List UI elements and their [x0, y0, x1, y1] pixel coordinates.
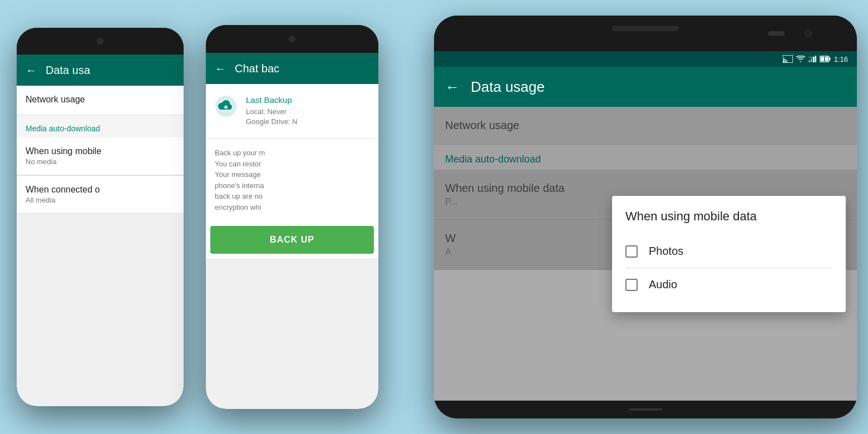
svg-rect-9: [829, 58, 830, 61]
audio-checkbox[interactable]: [625, 279, 638, 291]
phone2-appbar: ← Chat bac: [206, 53, 378, 84]
phone1-when-connected-item[interactable]: When connected o All media: [17, 176, 184, 214]
phone2-camera: [289, 36, 295, 42]
phone2-title: Chat bac: [235, 62, 279, 75]
phone1-no-media-label: No media: [26, 157, 175, 166]
phone1-when-mobile-item[interactable]: When using mobile No media: [17, 137, 184, 175]
phone3-status-bar: 1:16: [434, 51, 857, 67]
phone3-content-wrapper: Network usage Media auto-download When u…: [434, 107, 857, 401]
phone2-last-backup-title: Last Backup: [246, 95, 369, 105]
phone2-top-bar: [206, 25, 378, 53]
status-time: 1:16: [834, 55, 848, 63]
cloud-upload-icon: [215, 95, 237, 117]
phone3-sensor: [768, 31, 785, 36]
phone1-content: Network usage Media auto-download When u…: [17, 86, 184, 214]
phone3-title: Data usage: [471, 78, 545, 96]
phone1-title: Data usa: [46, 64, 90, 77]
dialog-audio-item[interactable]: Audio: [625, 270, 832, 299]
dialog-divider-1: [625, 268, 832, 268]
dialog-photos-item[interactable]: Photos: [625, 237, 832, 265]
phone2-description: Back up your m You can restor Your messa…: [206, 138, 378, 221]
phone1-when-connected-label: When connected o: [26, 185, 175, 195]
phone1-network-usage-item[interactable]: Network usage: [17, 86, 184, 115]
dialog-title: When using mobile data: [625, 209, 832, 224]
phone2-desc-line6: encryption whi: [215, 202, 369, 213]
phone2-desc-line1: Back up your m: [215, 147, 369, 159]
phone-1: ← Data usa Network usage Media auto-down…: [17, 28, 184, 406]
phone1-appbar: ← Data usa: [17, 55, 184, 86]
phone1-screen: ← Data usa Network usage Media auto-down…: [17, 55, 184, 406]
svg-point-2: [783, 62, 785, 63]
audio-label: Audio: [649, 278, 677, 291]
phone-3: 1:16 ← Data usage Network usage Media au…: [434, 16, 857, 418]
dialog-box: When using mobile data Photos Audio: [612, 196, 846, 312]
phone1-camera: [97, 38, 103, 45]
wifi-icon: [796, 56, 805, 62]
signal-icon: [808, 56, 816, 62]
phone2-backup-info: Last Backup Local: Never Google Drive: N: [246, 95, 369, 127]
battery-icon: [820, 56, 831, 62]
dialog-overlay: When using mobile data Photos Audio: [434, 107, 857, 401]
phone3-camera: [805, 29, 812, 37]
photos-label: Photos: [649, 245, 683, 258]
phone2-desc-line5: back up are no: [215, 191, 369, 202]
svg-rect-4: [811, 58, 812, 62]
phone3-home-indicator: [629, 408, 662, 411]
photos-checkbox[interactable]: [625, 245, 638, 258]
phone1-section-header: Media auto-download: [17, 115, 184, 137]
svg-rect-6: [815, 56, 816, 62]
scene: ← Data usa Network usage Media auto-down…: [0, 0, 868, 434]
phone2-content: Last Backup Local: Never Google Drive: N…: [206, 84, 378, 258]
phone1-when-mobile-label: When using mobile: [26, 146, 175, 156]
phone2-desc-line3: Your message: [215, 169, 369, 180]
phone1-back-arrow[interactable]: ←: [26, 64, 37, 77]
phone3-speaker: [612, 26, 679, 31]
phone1-all-media-label: All media: [26, 196, 175, 204]
phone1-network-usage-label: Network usage: [26, 95, 175, 105]
svg-rect-3: [808, 60, 810, 62]
phone3-bottom-bar: [434, 401, 857, 418]
phone2-desc-line2: You can restor: [215, 159, 369, 170]
phone2-local-backup: Local: Never: [246, 107, 369, 117]
phone3-appbar: ← Data usage: [434, 67, 857, 107]
phone3-screen: 1:16 ← Data usage Network usage Media au…: [434, 51, 857, 401]
backup-button[interactable]: BACK UP: [210, 226, 374, 254]
phone-2: ← Chat bac Last Backup Local: Never Goog…: [206, 25, 378, 409]
phone2-gdrive-backup: Google Drive: N: [246, 117, 369, 127]
cast-icon: [783, 55, 793, 63]
phone2-backup-header: Last Backup Local: Never Google Drive: N: [206, 84, 378, 138]
phone2-desc-line4: phone's interna: [215, 180, 369, 191]
phone2-back-arrow[interactable]: ←: [215, 62, 226, 75]
phone3-back-arrow[interactable]: ←: [445, 78, 460, 96]
phone2-screen: ← Chat bac Last Backup Local: Never Goog…: [206, 53, 378, 409]
phone3-top-bar: [434, 16, 857, 51]
phone1-top-bar: [17, 28, 184, 55]
